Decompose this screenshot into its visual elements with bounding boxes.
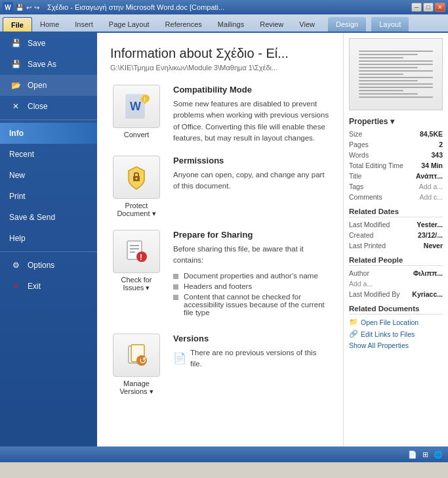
section-compatibility: W ! Convert Compatibility Mode Some new …	[110, 85, 330, 144]
app-body: 💾 Save 💾 Save As 📂 Open ✕ Close Info Re	[0, 33, 448, 446]
prop-add-author[interactable]: Add a...	[349, 280, 443, 288]
sidebar-item-save-as[interactable]: 💾 Save As	[0, 54, 97, 75]
protect-icon	[122, 163, 151, 192]
section-sharing: ! Check forIssues ▾ Prepare for Sharing …	[110, 230, 330, 322]
section-versions-text: Versions 📄 There are no previous version…	[173, 334, 330, 370]
convert-button[interactable]: W !	[113, 85, 160, 128]
checkissues-button[interactable]: !	[113, 230, 160, 273]
bullet-icon-3	[173, 295, 178, 300]
protect-button-container: ProtectDocument ▾	[110, 156, 163, 218]
prop-words-label: Words	[349, 151, 369, 159]
section-permissions: ProtectDocument ▾ Permissions Anyone can…	[110, 156, 330, 218]
prop-last-printed: Last Printed Never	[349, 242, 443, 250]
related-people-header: Related People	[349, 256, 443, 266]
prop-pages: Pages 2	[349, 141, 443, 148]
ribbon-tabs: File Home Insert Page Layout References …	[0, 14, 448, 33]
sidebar-exit-label: Exit	[28, 282, 41, 291]
sidebar-item-open[interactable]: 📂 Open	[0, 75, 97, 96]
bullet-3: Content that cannot be checked for acces…	[173, 293, 330, 316]
convert-button-label: Convert	[124, 131, 150, 139]
sharing-desc: Before sharing this file, be aware that …	[173, 244, 330, 267]
sidebar-item-exit[interactable]: ✕ Exit	[0, 276, 97, 297]
close-button[interactable]: ✕	[435, 3, 445, 12]
svg-point-2	[142, 95, 150, 102]
sidebar-help-label: Help	[9, 234, 26, 243]
sidebar-print-label: Print	[9, 192, 26, 201]
thumb-line-11	[359, 83, 433, 85]
prop-size: Size 84,5KE	[349, 130, 443, 138]
sidebar-savesend-label: Save & Send	[9, 213, 55, 222]
thumb-line-12	[359, 87, 433, 88]
thumb-line-5	[359, 64, 433, 65]
properties-header[interactable]: Properties ▾	[349, 117, 443, 126]
prop-last-modified-by: Last Modified By Kyriacc...	[349, 290, 443, 298]
view-web-icon[interactable]: 🌐	[434, 450, 443, 459]
related-dates-header: Related Dates	[349, 207, 443, 217]
tab-page-layout[interactable]: Page Layout	[101, 17, 157, 32]
sidebar-item-recent[interactable]: Recent	[0, 144, 97, 165]
prop-editing-value: 34 Min	[421, 162, 443, 169]
svg-text:!: !	[144, 96, 146, 102]
minimize-button[interactable]: ─	[411, 3, 422, 12]
convert-icon: W !	[122, 92, 151, 121]
tab-view[interactable]: View	[291, 17, 323, 32]
versions-button[interactable]: ↺	[113, 334, 160, 377]
compatibility-desc: Some new features are disabled to preven…	[173, 98, 330, 144]
doc-title: Information about Σχέδιο - Εί...	[110, 46, 330, 61]
last-printed-label: Last Printed	[349, 242, 386, 250]
show-all-props-link[interactable]: Show All Properties	[349, 341, 443, 349]
last-modified-by-label: Last Modified By	[349, 290, 400, 298]
quick-access-undo[interactable]: ↩	[26, 4, 31, 11]
sidebar-item-save-send[interactable]: Save & Send	[0, 207, 97, 228]
sidebar-item-print[interactable]: Print	[0, 186, 97, 207]
edit-links-icon: 🔗	[349, 330, 358, 338]
svg-text:W: W	[130, 100, 141, 113]
edit-links-link[interactable]: 🔗 Edit Links to Files	[349, 330, 443, 338]
tab-file[interactable]: File	[3, 17, 32, 32]
sidebar-item-close[interactable]: ✕ Close	[0, 96, 97, 117]
close-doc-icon: ✕	[9, 100, 22, 112]
tab-references[interactable]: References	[157, 17, 210, 32]
title-controls: ─ □ ✕	[411, 3, 445, 12]
prop-comments[interactable]: Comments Add c...	[349, 193, 443, 201]
tab-layout[interactable]: Layout	[371, 17, 409, 32]
tab-mailings[interactable]: Mailings	[210, 17, 252, 32]
quick-access-redo[interactable]: ↪	[34, 4, 39, 11]
word-icon: W	[3, 2, 13, 12]
sidebar-item-help[interactable]: Help	[0, 228, 97, 249]
prop-created: Created 23/12/...	[349, 231, 443, 239]
protect-button[interactable]	[113, 156, 160, 199]
compatibility-title: Compatibility Mode	[173, 85, 330, 95]
thumb-line-2	[359, 54, 418, 55]
permissions-desc: Anyone can open, copy, and change any pa…	[173, 169, 330, 192]
prop-words: Words 343	[349, 151, 443, 159]
tab-insert[interactable]: Insert	[67, 17, 101, 32]
title-bar: W 💾 ↩ ↪ Σχέδιο - Εισαγωγή στην Microsoft…	[0, 0, 448, 14]
sidebar-divider-2	[0, 251, 97, 252]
tab-design[interactable]: Design	[328, 17, 366, 32]
sidebar-item-save[interactable]: 💾 Save	[0, 33, 97, 54]
view-layout-icon[interactable]: ⊞	[422, 450, 428, 459]
quick-access-save[interactable]: 💾	[16, 4, 24, 11]
view-normal-icon[interactable]: 📄	[408, 450, 417, 459]
checkissues-button-container: ! Check forIssues ▾	[110, 230, 163, 292]
prop-title: Title Ανάπτ...	[349, 172, 443, 180]
prop-pages-label: Pages	[349, 141, 369, 148]
prop-tags[interactable]: Tags Add a...	[349, 183, 443, 190]
section-permissions-text: Permissions Anyone can open, copy, and c…	[173, 156, 330, 192]
sidebar-menu: 💾 Save 💾 Save As 📂 Open ✕ Close Info Re	[0, 33, 97, 446]
sidebar-item-options[interactable]: ⚙ Options	[0, 255, 97, 276]
sharing-title: Prepare for Sharing	[173, 230, 330, 240]
maximize-button[interactable]: □	[423, 3, 434, 12]
sidebar-item-info[interactable]: Info	[0, 123, 97, 144]
bullet-text-1: Document properties and author's name	[184, 272, 318, 280]
convert-button-container: W ! Convert	[110, 85, 163, 139]
tab-review[interactable]: Review	[252, 17, 291, 32]
sidebar-item-new[interactable]: New	[0, 165, 97, 186]
created-value: 23/12/...	[418, 231, 443, 239]
tab-home[interactable]: Home	[32, 17, 67, 32]
section-versions: ↺ ManageVersions ▾ Versions 📄 There are …	[110, 334, 330, 396]
sidebar-divider-1	[0, 120, 97, 120]
open-file-location-link[interactable]: 📁 Open File Location	[349, 318, 443, 326]
checkissues-icon: !	[122, 237, 151, 266]
